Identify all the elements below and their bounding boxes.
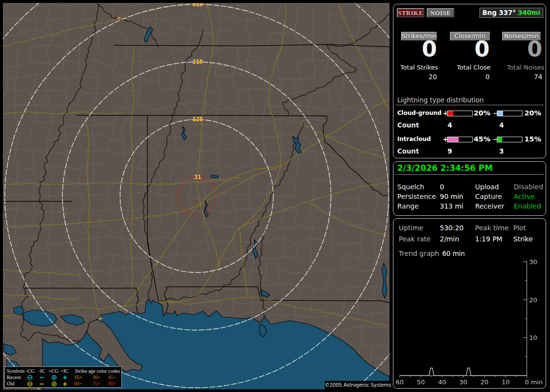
strikes-per-min-value: 0	[393, 39, 437, 59]
copyright-bar: ©2005 Astrogenic Systems	[325, 381, 390, 390]
trend-xtick-10: 10	[502, 378, 510, 386]
total-noises-label: Total Noises	[507, 64, 544, 71]
legend-age-90: 90+	[103, 381, 116, 386]
strike-counters-panel: STRIKE NOISE Bng 337° 340mi Strikes/min …	[393, 4, 546, 158]
ic-positive-bar	[447, 137, 473, 142]
ic-negative-bar	[497, 137, 522, 142]
persistence-label: Persistence	[397, 193, 436, 200]
ic-count-label: Count	[397, 147, 419, 155]
trend-xtick-30: 30	[459, 378, 467, 386]
upload-status: Disabled	[514, 183, 543, 190]
status-divider	[395, 174, 544, 175]
squelch-value: 0	[440, 183, 444, 190]
ic-positive-count: 9	[448, 147, 452, 155]
cg-positive-bar	[447, 111, 473, 116]
trend-xtick-0: 0 min	[525, 378, 543, 386]
legend-age-title: Strike age color codes	[75, 368, 120, 374]
cg-positive-percent: 20%	[474, 109, 491, 116]
distribution-divider	[396, 105, 544, 105]
trend-xtick-20: 20	[480, 378, 489, 386]
ic-negative-count: 3	[499, 147, 504, 155]
strike-mode-button[interactable]: STRIKE	[397, 8, 424, 17]
persistence-value: 90 min	[440, 193, 463, 200]
legend-symbols	[5, 367, 77, 387]
bearing-range-value: 340mi	[518, 8, 540, 17]
range-ring-label-31: 31	[194, 174, 201, 181]
trend-ytick-20: 20	[529, 296, 537, 304]
trend-ytick-10: 10	[529, 334, 537, 341]
capture-label: Capture	[475, 193, 502, 200]
noise-mode-button[interactable]: NOISE	[427, 8, 454, 17]
distribution-title: Lightning type distribution	[397, 96, 484, 104]
cg-negative-count: 4	[499, 121, 504, 129]
legend-age-15: 15+	[70, 375, 82, 380]
ic-positive-percent: 45%	[474, 135, 491, 142]
ic-negative-percent: 15%	[524, 135, 541, 142]
total-strikes-value: 20	[393, 73, 437, 81]
legend-age-30: 30+	[88, 375, 101, 380]
bearing-value: Bng 337°	[482, 8, 516, 17]
trend-chart: 1020306050403020100 min	[393, 219, 545, 387]
total-close-label: Total Close	[457, 64, 491, 71]
intracloud-label: Intracloud	[397, 136, 431, 142]
cg-count-label: Count	[397, 121, 419, 129]
trend-xtick-40: 40	[438, 378, 446, 386]
legend-age-45: 45+	[103, 375, 116, 380]
trend-xtick-60: 60	[396, 378, 404, 386]
range-ring-label-125: 125	[192, 116, 203, 123]
receiver-status: Enabled	[514, 202, 541, 210]
total-close-value: 0	[446, 73, 490, 81]
range-label: Range	[397, 202, 419, 210]
trend-xtick-50: 50	[417, 378, 425, 386]
range-value: 313 mi	[440, 202, 463, 210]
squelch-label: Squelch	[397, 183, 424, 190]
cg-positive-count: 4	[448, 121, 452, 129]
upload-label: Upload	[475, 183, 499, 190]
noises-per-min-value: 0	[495, 39, 542, 59]
trend-panel: Uptime 530:20 Peak time Plot Peak rate 2…	[393, 218, 546, 389]
strike-legend: Symbols -CG -IC +CG +IC Strike age color…	[4, 366, 122, 388]
receiver-label: Receiver	[475, 202, 505, 210]
range-ring-label-313: 313	[192, 3, 203, 8]
trend-line	[400, 368, 527, 376]
datetime-display: 2/3/2026 2:34:56 PM	[397, 163, 492, 173]
total-noises-value: 74	[495, 73, 542, 81]
capture-status: Active	[514, 193, 535, 200]
range-ring-label-219: 219	[192, 58, 203, 65]
trend-ytick-30: 30	[529, 258, 537, 266]
close-per-min-value: 0	[446, 39, 490, 59]
legend-age-60: 60+	[70, 381, 82, 386]
lightning-map[interactable]: 3131125125219219313313 Symbols -CG -IC +…	[3, 3, 390, 390]
cg-negative-bar	[497, 111, 522, 116]
legend-age-75: 75+	[88, 381, 101, 386]
map-canvas: 3131125125219219313313	[3, 3, 390, 390]
bearing-indicator: Bng 337° 340mi	[479, 8, 543, 18]
status-panel: 2/3/2026 2:34:56 PM Squelch 0 Upload Dis…	[393, 161, 546, 216]
total-strikes-label: Total Strikes	[400, 64, 438, 71]
cloud-ground-label: Cloud-ground	[397, 110, 442, 116]
cg-negative-percent: 20%	[524, 109, 541, 116]
